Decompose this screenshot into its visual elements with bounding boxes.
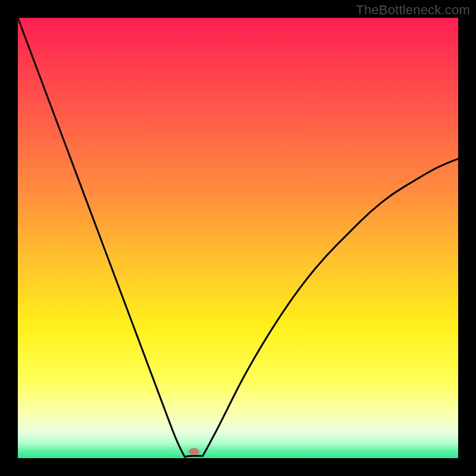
gradient-background <box>18 18 458 458</box>
watermark-text: TheBottleneck.com <box>356 2 470 18</box>
minimum-marker <box>189 448 199 455</box>
chart-canvas: TheBottleneck.com <box>0 0 476 476</box>
bottleneck-plot <box>18 18 458 458</box>
plot-svg <box>18 18 458 458</box>
